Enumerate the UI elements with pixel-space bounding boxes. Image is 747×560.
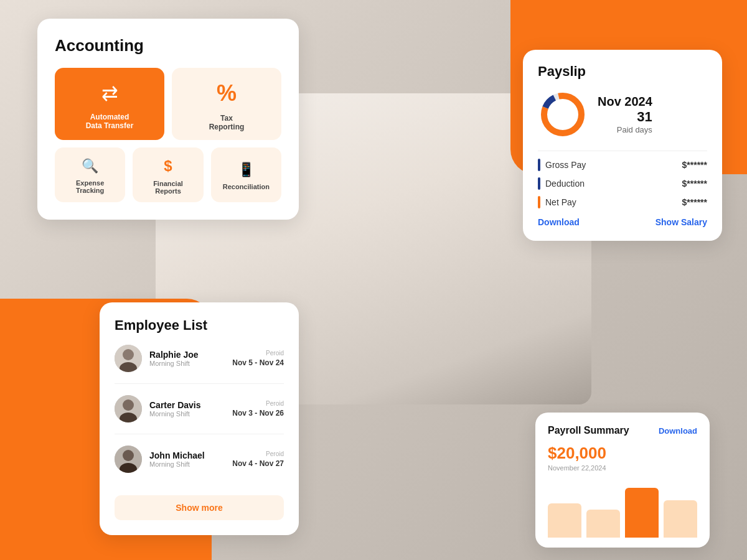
expense-tracking-item[interactable]: 🔍 ExpenseTracking xyxy=(55,147,125,202)
gross-pay-value: $****** xyxy=(682,160,707,170)
payroll-amount: $20,000 xyxy=(548,444,697,463)
gross-pay-label: Gross Pay xyxy=(545,160,586,170)
payslip-days-label: Paid days xyxy=(598,125,652,134)
deduction-dot xyxy=(538,177,540,190)
accounting-title: Accounting xyxy=(55,36,281,55)
employee-shift-3: Morning Shift xyxy=(149,460,225,468)
employee-shift-1: Morning Shift xyxy=(149,360,225,367)
accounting-card: Accounting ⇄ AutomatedData Transfer % Ta… xyxy=(37,19,299,220)
payroll-summary-title: Payroll Summary xyxy=(548,425,629,436)
payslip-actions: Download Show Salary xyxy=(538,217,707,227)
financial-reports-label: FinancialReports xyxy=(153,180,183,195)
financial-reports-item[interactable]: $ FinancialReports xyxy=(133,147,203,202)
dollar-icon: $ xyxy=(164,157,172,175)
payslip-donut-chart xyxy=(538,90,588,139)
employee-name-3: John Michael xyxy=(149,450,225,460)
payslip-top-section: Nov 2024 31 Paid days xyxy=(538,90,707,139)
employee-period-2: Peroid Nov 3 - Nov 26 xyxy=(232,400,284,418)
payslip-rows: Gross Pay $****** Deduction $****** Net … xyxy=(538,151,707,208)
accounting-grid-large: ⇄ AutomatedData Transfer % TaxReporting xyxy=(55,68,281,140)
employee-row-3: John Michael Morning Shift Peroid Nov 4 … xyxy=(115,446,284,484)
employee-list-title: Employee List xyxy=(115,317,284,334)
payroll-date: November 22,2024 xyxy=(548,464,697,472)
tax-reporting-label: TaxReporting xyxy=(209,114,245,131)
payslip-days-number: 31 xyxy=(598,109,652,125)
payroll-download-button[interactable]: Download xyxy=(659,426,697,436)
svg-point-10 xyxy=(123,450,134,461)
net-pay-row: Net Pay $****** xyxy=(538,196,707,208)
employee-period-3: Peroid Nov 4 - Nov 27 xyxy=(232,450,284,469)
gross-pay-dot xyxy=(538,159,540,171)
employee-period-1: Peroid Nov 5 - Nov 24 xyxy=(232,350,284,368)
payroll-bar-chart xyxy=(548,482,697,538)
payslip-month: Nov 2024 xyxy=(598,95,652,109)
automated-data-transfer-item[interactable]: ⇄ AutomatedData Transfer xyxy=(55,68,164,140)
payslip-title: Payslip xyxy=(538,63,707,80)
period-label-2: Peroid xyxy=(232,400,284,407)
deduction-label: Deduction xyxy=(545,179,585,189)
employee-row-1: Ralphie Joe Morning Shift Peroid Nov 5 -… xyxy=(115,345,284,384)
show-salary-button[interactable]: Show Salary xyxy=(655,217,707,227)
employee-list-card: Employee List Ralphie Joe Morning Shift … xyxy=(100,302,299,535)
automated-data-transfer-label: AutomatedData Transfer xyxy=(86,113,134,130)
reconciliation-label: Reconciliation xyxy=(223,183,270,190)
device-icon: 📱 xyxy=(238,162,255,178)
payslip-date-info: Nov 2024 31 Paid days xyxy=(598,95,652,134)
net-pay-dot xyxy=(538,196,540,208)
payslip-card: Payslip Nov 2024 31 Paid days Gross Pay xyxy=(523,50,722,241)
deduction-value: $****** xyxy=(682,179,707,189)
employee-name-2: Carter Davis xyxy=(149,400,225,410)
avatar-2 xyxy=(115,395,142,422)
accounting-grid-small: 🔍 ExpenseTracking $ FinancialReports 📱 R… xyxy=(55,147,281,202)
employee-info-2: Carter Davis Morning Shift xyxy=(149,400,225,418)
reconciliation-item[interactable]: 📱 Reconciliation xyxy=(211,147,281,202)
svg-point-4 xyxy=(123,349,134,360)
period-dates-2: Nov 3 - Nov 26 xyxy=(232,409,284,418)
bar-3 xyxy=(625,488,659,538)
net-pay-label: Net Pay xyxy=(545,197,576,207)
expense-tracking-label: ExpenseTracking xyxy=(76,179,104,194)
gross-pay-row: Gross Pay $****** xyxy=(538,159,707,171)
download-button[interactable]: Download xyxy=(538,217,580,227)
search-icon: 🔍 xyxy=(82,158,98,174)
payroll-header: Payroll Summary Download xyxy=(548,425,697,436)
employee-info-3: John Michael Morning Shift xyxy=(149,450,225,468)
percent-icon: % xyxy=(217,80,237,106)
bar-2 xyxy=(586,510,620,538)
payroll-summary-card: Payroll Summary Download $20,000 Novembe… xyxy=(535,413,710,548)
period-dates-3: Nov 4 - Nov 27 xyxy=(232,459,284,468)
show-more-button[interactable]: Show more xyxy=(115,495,284,520)
bar-4 xyxy=(664,500,697,538)
period-dates-1: Nov 5 - Nov 24 xyxy=(232,358,284,367)
avatar-1 xyxy=(115,345,142,372)
avatar-3 xyxy=(115,446,142,473)
employee-name-1: Ralphie Joe xyxy=(149,350,225,360)
employee-row-2: Carter Davis Morning Shift Peroid Nov 3 … xyxy=(115,395,284,434)
net-pay-value: $****** xyxy=(682,197,707,207)
bar-1 xyxy=(548,503,581,538)
svg-point-7 xyxy=(123,399,134,411)
employee-shift-2: Morning Shift xyxy=(149,410,225,418)
period-label-1: Peroid xyxy=(232,350,284,357)
tax-reporting-item[interactable]: % TaxReporting xyxy=(172,68,281,140)
transfer-icon: ⇄ xyxy=(101,82,118,105)
deduction-row: Deduction $****** xyxy=(538,177,707,190)
period-label-3: Peroid xyxy=(232,450,284,457)
employee-info-1: Ralphie Joe Morning Shift xyxy=(149,350,225,367)
